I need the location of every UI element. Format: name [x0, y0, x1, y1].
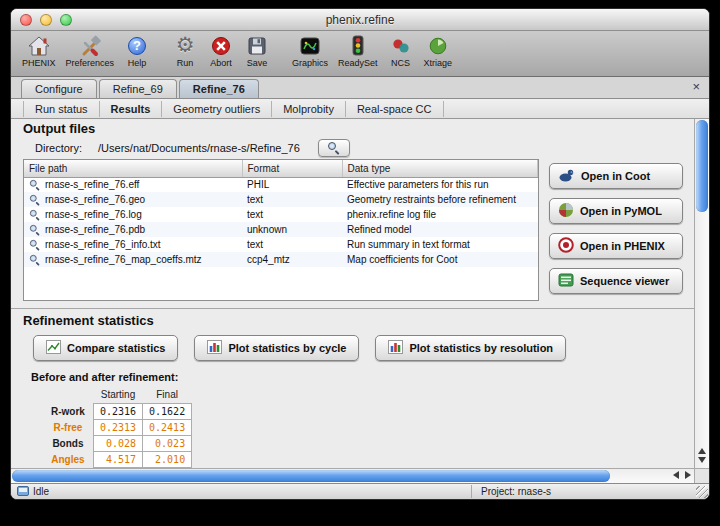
coot-bird-icon — [558, 168, 575, 184]
subtab-molprobity[interactable]: Molprobity — [272, 101, 346, 117]
plot-statistics-by-resolution-button[interactable]: Plot statistics by resolution — [375, 335, 566, 361]
file-table-header: File path Format Data type — [24, 160, 538, 177]
tab-refine-69[interactable]: Refine_69 — [99, 79, 177, 98]
open-in-phenix-button[interactable]: Open in PHENIX — [549, 233, 683, 259]
subtab-geometry-outliers[interactable]: Geometry outliers — [162, 101, 272, 117]
file-format: text — [242, 237, 342, 252]
open-in-coot-button[interactable]: Open in Coot — [549, 163, 683, 189]
stat-label: R-work — [47, 403, 93, 419]
close-window-button[interactable] — [20, 14, 32, 26]
scroll-up-arrow-icon[interactable] — [698, 448, 706, 454]
before-after-label: Before and after refinement: — [31, 371, 178, 383]
save-icon — [244, 33, 270, 58]
table-row[interactable]: rnase-s_refine_76.log text phenix.refine… — [24, 207, 538, 222]
compare-statistics-button[interactable]: Compare statistics — [33, 335, 178, 361]
file-name: rnase-s_refine_76.pdb — [45, 224, 145, 235]
help-icon: ? — [128, 37, 146, 55]
toolbar-button-save[interactable]: Save — [239, 33, 275, 68]
status-text: Idle — [33, 486, 49, 497]
sequence-viewer-button[interactable]: Sequence viewer — [549, 268, 683, 294]
file-name: rnase-s_refine_76.geo — [45, 194, 145, 205]
minimize-window-button[interactable] — [40, 14, 52, 26]
tab-refine-76[interactable]: Refine_76 — [179, 79, 259, 98]
open-in-pymol-button[interactable]: Open in PyMOL — [549, 198, 683, 224]
magnifier-icon — [30, 254, 40, 264]
tab-bar: Configure Refine_69 Refine_76 × — [11, 77, 709, 99]
vertical-scrollbar[interactable] — [694, 119, 709, 468]
table-row[interactable]: rnase-s_refine_76.pdb unknown Refined mo… — [24, 222, 538, 237]
browse-directory-button[interactable] — [318, 139, 350, 157]
toolbar-button-readyset[interactable]: ReadySet — [333, 33, 383, 68]
close-tab-icon[interactable]: × — [692, 80, 700, 94]
magnifier-icon — [30, 224, 40, 234]
status-icon — [17, 486, 29, 498]
bar-chart-icon — [207, 340, 222, 356]
toolbar-button-abort[interactable]: Abort — [203, 33, 239, 68]
toolbar-label: ReadySet — [338, 58, 378, 68]
button-label: Plot statistics by resolution — [409, 342, 553, 354]
status-bar: Idle Project: rnase-s — [11, 483, 709, 499]
subtab-results[interactable]: Results — [100, 101, 163, 117]
toolbar-button-run[interactable]: ⚙ Run — [167, 33, 203, 68]
toolbar-label: NCS — [391, 58, 410, 68]
table-row[interactable]: rnase-s_refine_76_map_coeffs.mtz ccp4_mt… — [24, 252, 538, 267]
directory-path: /Users/nat/Documents/rnase-s/Refine_76 — [98, 142, 300, 154]
stats-row-bonds: Bonds 0.028 0.023 — [47, 435, 192, 451]
plot-statistics-by-cycle-button[interactable]: Plot statistics by cycle — [194, 335, 359, 361]
scroll-right-arrow-icon[interactable] — [685, 471, 691, 479]
subtab-run-status[interactable]: Run status — [23, 101, 100, 117]
tab-configure[interactable]: Configure — [21, 79, 97, 98]
resize-grip[interactable] — [696, 486, 708, 498]
toolbar-label: Help — [128, 58, 147, 68]
stat-starting-value: 0.2316 — [93, 403, 142, 419]
window-title: phenix.refine — [326, 13, 395, 27]
file-format: text — [242, 207, 342, 222]
stats-row-r-free: R-free 0.2313 0.2413 — [47, 419, 192, 435]
stat-final-value: 2.010 — [143, 451, 192, 467]
subtab-real-space-cc[interactable]: Real-space CC — [346, 101, 444, 117]
magnifier-icon — [30, 239, 40, 249]
toolbar-label: Save — [247, 58, 268, 68]
compare-chart-icon — [46, 340, 61, 356]
horizontal-scrollbar-thumb[interactable] — [12, 470, 610, 482]
toolbar-button-xtriage[interactable]: Xtriage — [419, 33, 458, 68]
sequence-icon — [558, 273, 574, 289]
stat-label: Bonds — [47, 435, 93, 451]
scroll-down-arrow-icon[interactable] — [698, 457, 706, 463]
column-file-path[interactable]: File path — [24, 160, 242, 177]
stat-starting-value: 4.517 — [93, 451, 142, 467]
scroll-left-arrow-icon[interactable] — [673, 471, 679, 479]
table-row[interactable]: rnase-s_refine_76.eff PHIL Effective par… — [24, 177, 538, 192]
toolbar-button-graphics[interactable]: Graphics — [287, 33, 333, 68]
column-format[interactable]: Format — [242, 160, 342, 177]
search-icon — [328, 142, 340, 154]
titlebar: phenix.refine — [11, 9, 709, 31]
file-type: Refined model — [342, 222, 538, 237]
toolbar-button-help[interactable]: ? Help — [119, 33, 155, 68]
ncs-icon — [388, 33, 414, 58]
stat-final-value: 0.023 — [143, 435, 192, 451]
column-data-type[interactable]: Data type — [342, 160, 538, 177]
stat-label: Angles — [47, 451, 93, 467]
vertical-scrollbar-thumb[interactable] — [696, 120, 708, 212]
table-row[interactable]: rnase-s_refine_76.geo text Geometry rest… — [24, 192, 538, 207]
xtriage-icon — [425, 33, 451, 58]
toolbar-button-preferences[interactable]: Preferences — [61, 33, 120, 68]
file-type: Run summary in text format — [342, 237, 538, 252]
toolbar-button-ncs[interactable]: NCS — [383, 33, 419, 68]
file-name: rnase-s_refine_76.eff — [45, 179, 139, 190]
phenix-logo-icon — [558, 237, 574, 255]
toolbar-label: Xtriage — [424, 58, 453, 68]
subtab-bar: Run status Results Geometry outliers Mol… — [11, 99, 709, 119]
magnifier-icon — [30, 180, 40, 190]
toolbar: PHENIX Preferences ? Help ⚙ Run Abort S — [11, 31, 709, 77]
button-label: Open in PHENIX — [580, 240, 665, 252]
zoom-window-button[interactable] — [60, 14, 72, 26]
table-row[interactable]: rnase-s_refine_76_info.txt text Run summ… — [24, 237, 538, 252]
stats-row-r-work: R-work 0.2316 0.1622 — [47, 403, 192, 419]
directory-label: Directory: — [35, 142, 82, 154]
toolbar-button-phenix[interactable]: PHENIX — [17, 33, 61, 68]
button-label: Open in Coot — [581, 170, 650, 182]
phenix-refine-window: phenix.refine PHENIX Preferences ? Help … — [10, 8, 710, 500]
horizontal-scrollbar[interactable] — [11, 468, 694, 483]
